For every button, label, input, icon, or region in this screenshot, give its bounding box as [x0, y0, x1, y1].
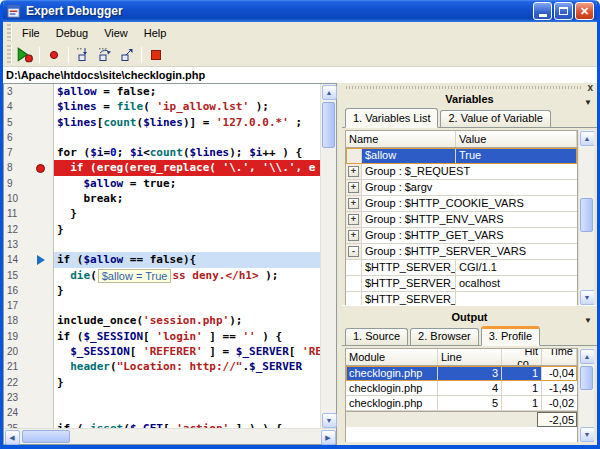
code-text[interactable]: if ($allow == false){	[54, 252, 320, 267]
maximize-button[interactable]	[554, 2, 573, 20]
tab-1-source[interactable]: 1. Source	[345, 328, 408, 345]
column-header-oc-line[interactable]: Line	[438, 349, 502, 365]
line-marker[interactable]	[28, 421, 54, 428]
scroll-thumb[interactable]	[580, 198, 593, 232]
titlebar[interactable]: Expert Debugger ✕	[3, 0, 597, 22]
code-editor[interactable]: 3$allow = false;4$lines = file( 'ip_allo…	[3, 83, 337, 445]
menu-item-debug[interactable]: Debug	[48, 25, 96, 41]
variables-row[interactable]: +Group : $HTTP_ENV_VARS	[346, 212, 577, 228]
code-area[interactable]: 3$allow = false;4$lines = file( 'ip_allo…	[4, 84, 320, 428]
variable-value[interactable]: ocalhost	[456, 276, 577, 291]
line-marker[interactable]	[28, 99, 54, 114]
expander-icon[interactable]: +	[348, 166, 359, 177]
menubar-grip[interactable]	[7, 24, 12, 41]
code-text[interactable]: for ($i=0; $i<count($lines); $i++ ) {	[54, 145, 320, 160]
variables-row[interactable]: $allowTrue	[346, 148, 577, 164]
row-gutter[interactable]: +	[346, 228, 362, 243]
variable-name[interactable]: $allow	[362, 148, 456, 163]
toolbar-grip[interactable]	[7, 45, 12, 63]
line-marker[interactable]	[28, 191, 54, 206]
line-marker[interactable]	[28, 84, 54, 99]
line-marker[interactable]	[28, 145, 54, 160]
scroll-thumb[interactable]	[22, 430, 70, 443]
expander-icon[interactable]: -	[348, 246, 359, 257]
line-marker[interactable]	[28, 405, 54, 420]
row-gutter[interactable]: +	[346, 164, 362, 179]
line-marker[interactable]	[28, 237, 54, 252]
line-marker[interactable]	[28, 206, 54, 221]
code-text[interactable]	[54, 237, 320, 252]
line-marker[interactable]	[28, 252, 54, 267]
tab-1-variables-list[interactable]: 1. Variables List	[345, 108, 438, 128]
scroll-track[interactable]	[579, 364, 594, 426]
run-button[interactable]	[14, 45, 36, 65]
variables-row[interactable]: +Group : $HTTP_GET_VARS	[346, 228, 577, 244]
scroll-track[interactable]	[321, 100, 336, 412]
variables-row[interactable]: +Group : $_REQUEST	[346, 164, 577, 180]
scroll-up-icon[interactable]: ▲	[580, 349, 595, 364]
variables-panel-header[interactable]: Variables ▼	[342, 92, 597, 108]
output-row[interactable]: checklogin.php51-0,02	[346, 396, 577, 411]
code-text[interactable]: if ($_SESSION[ 'login' ] == '' ) {	[54, 329, 320, 344]
output-panel-header[interactable]: Output ▼	[342, 310, 597, 326]
tab-3-profile[interactable]: 3. Profile	[481, 326, 540, 346]
variables-row[interactable]: +Group : $HTTP_COOKIE_VARS	[346, 196, 577, 212]
line-marker[interactable]	[28, 268, 54, 283]
scroll-track[interactable]	[579, 146, 594, 289]
chevron-down-icon[interactable]: ▼	[584, 313, 592, 328]
code-text[interactable]: }	[54, 222, 320, 237]
variables-table[interactable]: NameValue$allowTrue+Group : $_REQUEST+Gr…	[345, 130, 578, 305]
code-text[interactable]: $allow = false;	[54, 84, 320, 99]
output-scrollbar[interactable]: ▲ ▼	[578, 348, 594, 442]
column-header-name[interactable]: Name	[346, 131, 456, 147]
code-text[interactable]: break;	[54, 191, 320, 206]
code-text[interactable]	[54, 298, 320, 313]
code-text[interactable]: if (ereg(ereg_replace( '\.', '\\.', e	[54, 160, 320, 175]
expander-icon[interactable]: +	[348, 214, 359, 225]
step-over-button[interactable]	[94, 45, 116, 65]
variables-row[interactable]: $HTTP_SERVER_CGI/1.1	[346, 260, 577, 276]
code-text[interactable]: $lines = file( 'ip_allow.lst' );	[54, 99, 320, 114]
breakpoint-dot-icon[interactable]	[36, 164, 45, 173]
column-header-oc-hit[interactable]: Hit co...	[502, 349, 542, 365]
variable-value[interactable]: True	[456, 148, 577, 163]
variable-value[interactable]	[456, 292, 577, 305]
output-table[interactable]: ModuleLineHit co...Time ...checklogin.ph…	[345, 348, 578, 442]
line-marker[interactable]	[28, 298, 54, 313]
code-text[interactable]: }	[54, 283, 320, 298]
expander-icon[interactable]: +	[348, 182, 359, 193]
step-into-button[interactable]	[72, 45, 94, 65]
output-row[interactable]: checklogin.php31-0,04	[346, 366, 577, 381]
drag-handle-icon[interactable]	[346, 86, 583, 89]
variable-name[interactable]: $HTTP_SERVER_	[362, 260, 456, 275]
code-text[interactable]	[54, 130, 320, 145]
menu-item-help[interactable]: Help	[136, 25, 175, 41]
line-marker[interactable]	[28, 130, 54, 145]
column-header-oc-mod[interactable]: Module	[346, 349, 438, 365]
menu-item-file[interactable]: File	[14, 25, 48, 41]
column-header-value[interactable]: Value	[456, 131, 577, 147]
close-button[interactable]: ✕	[575, 2, 594, 20]
menu-item-view[interactable]: View	[96, 25, 136, 41]
code-text[interactable]: }	[54, 206, 320, 221]
minimize-button[interactable]	[533, 2, 552, 20]
expander-icon[interactable]: +	[348, 230, 359, 241]
line-marker[interactable]	[28, 390, 54, 405]
row-gutter[interactable]: +	[346, 196, 362, 211]
variable-name[interactable]: $HTTP_SERVER_	[362, 276, 456, 291]
tab-2-value-of-variable[interactable]: 2. Value of Variable	[440, 110, 550, 127]
variable-value[interactable]: CGI/1.1	[456, 260, 577, 275]
line-marker[interactable]	[28, 222, 54, 237]
line-marker[interactable]	[28, 115, 54, 130]
line-marker[interactable]	[28, 359, 54, 374]
code-text[interactable]: $lines[count($lines)] = '127.0.0.*' ;	[54, 115, 320, 130]
scroll-thumb[interactable]	[322, 102, 335, 148]
code-text[interactable]	[54, 405, 320, 420]
line-marker[interactable]	[28, 313, 54, 328]
scroll-thumb[interactable]	[580, 366, 593, 390]
code-text[interactable]: $allow = true;	[54, 176, 320, 191]
variables-row[interactable]: -Group : $HTTP_SERVER_VARS	[346, 244, 577, 260]
code-text[interactable]: die($allow = Truess deny.</h1> );	[54, 268, 320, 283]
line-marker[interactable]	[28, 283, 54, 298]
code-text[interactable]: if ( isset($_GET[ 'action' ] ) ) {	[54, 421, 320, 428]
